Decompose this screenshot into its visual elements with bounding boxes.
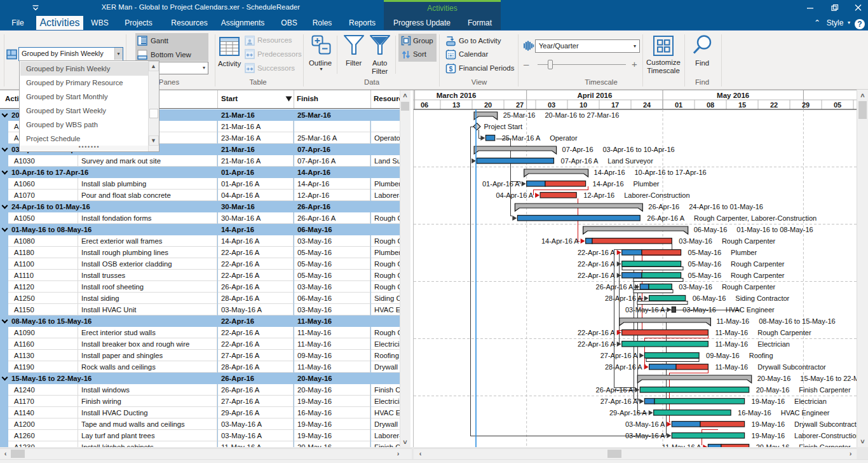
svg-text:12-Apr-16: 12-Apr-16	[583, 191, 614, 199]
svg-text:03-May-16: 03-May-16	[682, 306, 716, 314]
svg-text:07-Apr-16 A: 07-Apr-16 A	[561, 157, 599, 165]
svg-text:Drywall Subcontractor: Drywall Subcontractor	[757, 363, 826, 371]
svg-text:08-May-16 to 15-May-16: 08-May-16 to 15-May-16	[759, 317, 835, 325]
svg-text:Finish Carpenter: Finish Carpenter	[799, 443, 851, 447]
svg-text:05-May-16: 05-May-16	[688, 260, 722, 268]
svg-text:14-Apr-16 A: 14-Apr-16 A	[541, 237, 579, 245]
svg-text:Rough Carpenter: Rough Carpenter	[757, 329, 811, 336]
svg-text:06-May-16: 06-May-16	[694, 226, 728, 233]
svg-text:11-May-16: 11-May-16	[715, 329, 748, 336]
svg-text:25-Mar-16 A: 25-Mar-16 A	[502, 134, 541, 142]
svg-text:11-May-16: 11-May-16	[715, 363, 748, 371]
svg-text:09-May-16: 09-May-16	[706, 352, 740, 359]
svg-text:13: 13	[452, 101, 460, 109]
svg-text:26-Apr-16 A: 26-Apr-16 A	[596, 283, 634, 291]
svg-text:Plumber: Plumber	[634, 180, 660, 188]
svg-text:01-May-16 to 08-May-16: 01-May-16 to 08-May-16	[736, 226, 813, 233]
svg-text:Operator: Operator	[550, 134, 578, 142]
svg-text:Laborer-Construction: Laborer-Construction	[624, 191, 689, 199]
svg-text:19-May-16: 19-May-16	[752, 420, 785, 428]
svg-text:03-May-16 A: 03-May-16 A	[625, 432, 665, 439]
svg-text:26-Apr-16 A: 26-Apr-16 A	[596, 386, 634, 394]
svg-text:Plumber: Plumber	[731, 249, 757, 256]
svg-text:14-Apr-16: 14-Apr-16	[593, 180, 624, 188]
svg-text:Drywall Subcontractor: Drywall Subcontractor	[794, 420, 857, 428]
svg-text:22-Apr-16 A: 22-Apr-16 A	[578, 340, 615, 348]
svg-text:22-Apr-16 A: 22-Apr-16 A	[578, 249, 615, 256]
svg-text:06-May-16: 06-May-16	[693, 294, 726, 302]
svg-text:$: $	[449, 65, 453, 73]
svg-text:April 2016: April 2016	[577, 92, 612, 99]
svg-text:03-May-16 A: 03-May-16 A	[625, 420, 665, 428]
svg-text:Laborer-Construction: Laborer-Construction	[794, 432, 857, 439]
svg-text:03-May-16: 03-May-16	[679, 237, 712, 245]
svg-text:07-Apr-16: 07-Apr-16	[562, 146, 593, 153]
svg-text:Electrician: Electrician	[794, 397, 827, 405]
svg-text:28-Apr-16 A: 28-Apr-16 A	[605, 363, 642, 371]
svg-text:27: 27	[516, 101, 524, 109]
svg-text:20-May-16: 20-May-16	[756, 386, 790, 394]
svg-text:16-May-16: 16-May-16	[738, 409, 771, 417]
svg-text:22-Apr-16 A: 22-Apr-16 A	[578, 329, 615, 336]
svg-text:03: 03	[548, 101, 555, 109]
svg-text:Rough Carpenter: Rough Carpenter	[722, 237, 776, 245]
svg-text:22-Apr-16 A: 22-Apr-16 A	[578, 272, 615, 279]
svg-text:20-May-16: 20-May-16	[756, 443, 790, 447]
svg-text:28-Apr-16 A: 28-Apr-16 A	[605, 294, 642, 302]
svg-text:01: 01	[675, 101, 682, 109]
svg-text:Project Start: Project Start	[484, 123, 523, 130]
svg-text:17: 17	[611, 101, 619, 109]
svg-text:24: 24	[643, 101, 651, 109]
svg-text:19-May-16: 19-May-16	[752, 432, 785, 439]
svg-text:05: 05	[834, 101, 841, 109]
svg-text:29: 29	[802, 101, 810, 109]
svg-text:03-May-16: 03-May-16	[679, 283, 712, 291]
svg-text:26-Apr-16: 26-Apr-16	[648, 203, 679, 211]
svg-text:Electrician: Electrician	[757, 340, 790, 348]
svg-text:26-Apr-16 A: 26-Apr-16 A	[647, 214, 684, 222]
svg-text:Siding Contractor: Siding Contractor	[735, 294, 789, 302]
svg-text:24-Apr-16 to 01-May-16: 24-Apr-16 to 01-May-16	[689, 203, 763, 211]
svg-text:01-Apr-16 A: 01-Apr-16 A	[482, 180, 520, 188]
svg-text:11-May-16: 11-May-16	[716, 317, 749, 325]
svg-text:20-Mar-16 to 27-Mar-16: 20-Mar-16 to 27-Mar-16	[545, 111, 620, 119]
svg-text:20: 20	[484, 101, 492, 109]
svg-text:15-May-16 to 22-May-16: 15-May-16 to 22-May-16	[800, 375, 857, 382]
svg-text:11-May-16: 11-May-16	[715, 340, 748, 348]
svg-text:14-Apr-16: 14-Apr-16	[594, 169, 625, 176]
svg-text:04-Apr-16 A: 04-Apr-16 A	[496, 191, 533, 199]
svg-text:15: 15	[738, 101, 746, 109]
svg-text:10: 10	[580, 101, 587, 109]
svg-text:May 2016: May 2016	[717, 92, 749, 99]
svg-text:22-Apr-16 A: 22-Apr-16 A	[578, 260, 615, 268]
svg-text:20-May-16: 20-May-16	[757, 375, 791, 382]
svg-text:Rough Carpenter, Laborer-Const: Rough Carpenter, Laborer-Construction	[694, 214, 817, 222]
svg-text:Roofing: Roofing	[749, 352, 773, 359]
svg-text:22: 22	[770, 101, 778, 109]
svg-text:HVAC Engineer: HVAC Engineer	[781, 409, 830, 417]
svg-text:03-May-16 A: 03-May-16 A	[625, 306, 665, 314]
svg-text:05-May-16: 05-May-16	[688, 249, 722, 256]
svg-text:03-Apr-16 to 10-Apr-16: 03-Apr-16 to 10-Apr-16	[603, 146, 675, 153]
svg-text:08: 08	[707, 101, 714, 109]
svg-text:06: 06	[421, 101, 428, 109]
svg-text:11-May-16 A: 11-May-16 A	[662, 443, 702, 447]
svg-text:Rough Carpenter: Rough Carpenter	[731, 272, 785, 279]
svg-text:Rough Carpenter: Rough Carpenter	[731, 260, 785, 268]
svg-text:19-May-16: 19-May-16	[752, 397, 785, 405]
svg-text:HVAC Engineer: HVAC Engineer	[726, 306, 775, 314]
svg-text:10-Apr-16 to 17-Apr-16: 10-Apr-16 to 17-Apr-16	[635, 169, 707, 176]
svg-text:Finish Carpenter: Finish Carpenter	[799, 386, 851, 394]
svg-text:05-May-16: 05-May-16	[688, 272, 722, 279]
svg-text:March 2016: March 2016	[437, 92, 477, 99]
svg-text:27-Apr-16 A: 27-Apr-16 A	[600, 352, 638, 359]
svg-text:27-Apr-16 A: 27-Apr-16 A	[600, 397, 638, 405]
svg-text:Land Surveyor: Land Surveyor	[607, 157, 653, 165]
svg-text:29-Apr-16 A: 29-Apr-16 A	[609, 409, 647, 417]
svg-text:Rough Carpenter: Rough Carpenter	[722, 283, 776, 291]
svg-text:25-Mar-16: 25-Mar-16	[503, 111, 536, 119]
